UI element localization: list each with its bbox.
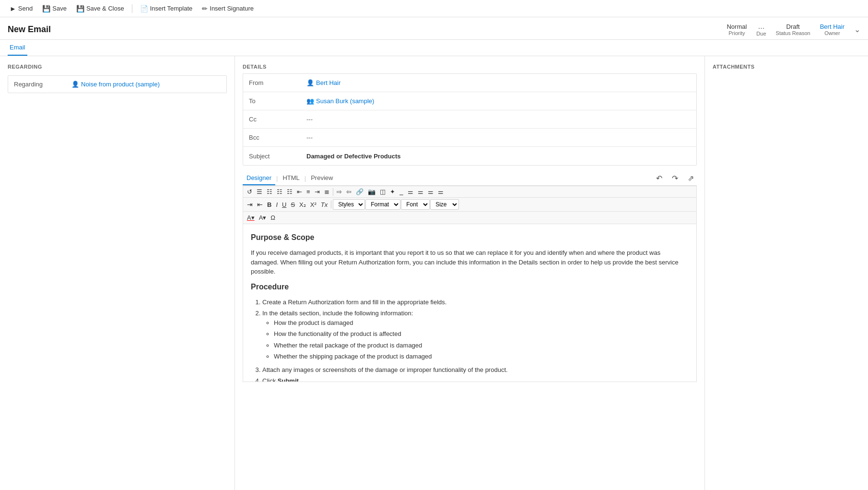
sub-item-3: Whether the retail package of the produc… <box>274 341 689 350</box>
owner-value[interactable]: Bert Hair <box>820 23 845 30</box>
fmt-btn-3[interactable]: ☷ <box>265 187 274 196</box>
tab-preview[interactable]: Preview <box>307 171 337 185</box>
subject-value[interactable]: Damaged or Defective Products <box>301 149 696 164</box>
owner-meta: Bert Hair Owner <box>820 23 845 36</box>
fmt-indent-in[interactable]: ⇥ <box>245 200 255 209</box>
save-button[interactable]: 💾 Save <box>38 3 70 14</box>
fmt-table[interactable]: ◫ <box>378 187 387 196</box>
regarding-field-value[interactable]: 👤 Noise from product (sample) <box>71 81 160 88</box>
cc-label: Cc <box>243 112 301 127</box>
font-dropdown[interactable]: Font <box>401 199 430 210</box>
styles-dropdown[interactable]: Styles <box>333 199 365 210</box>
tab-email[interactable]: Email <box>8 40 27 56</box>
format-toolbar-2: ⇥ ⇤ B I U S X₂ X² Tx Styles Format Font … <box>243 197 697 211</box>
fmt-underline[interactable]: U <box>280 200 288 209</box>
due-value[interactable]: ... <box>758 22 764 31</box>
fmt-clear[interactable]: Tx <box>319 200 329 209</box>
sub-item-1: How the product is damaged <box>274 318 689 328</box>
fmt-subscript[interactable]: X₂ <box>297 200 308 209</box>
header-chevron-button[interactable]: ⌄ <box>854 25 860 34</box>
due-label: Due <box>756 31 766 36</box>
fmt-outdent[interactable]: ⇦ <box>344 187 353 196</box>
fmt-misc1[interactable]: ⎯ <box>398 187 405 196</box>
subject-label: Subject <box>243 149 301 164</box>
editor-tabs: Designer | HTML | Preview ↶ ↷ ⇗ <box>243 171 697 186</box>
cc-value[interactable]: --- <box>301 112 696 127</box>
list-item-3: Attach any images or screenshots of the … <box>262 365 689 375</box>
bcc-value[interactable]: --- <box>301 130 696 145</box>
fmt-indent[interactable]: ⇨ <box>335 187 344 196</box>
send-label: Send <box>18 5 33 12</box>
tab-row: Email <box>0 40 868 56</box>
fmt-link[interactable]: 🔗 <box>354 187 365 196</box>
fmt-btn-1[interactable]: ↺ <box>245 187 254 196</box>
fmt-align-right[interactable]: ⇥ <box>313 187 322 196</box>
person-icon: 👤 <box>71 81 79 88</box>
save-close-button[interactable]: 💾 Save & Close <box>72 3 128 14</box>
size-dropdown[interactable]: Size <box>430 199 459 210</box>
email-body-area[interactable]: Purpose & Scope If you receive damaged p… <box>243 224 697 382</box>
insert-signature-button[interactable]: ✏ Insert Signature <box>198 3 258 14</box>
save-icon: 💾 <box>42 5 50 12</box>
fmt-misc5[interactable]: ⚌ <box>436 187 446 196</box>
insert-template-label: Insert Template <box>150 5 193 12</box>
sub-item-4: Whether the shipping package of the prod… <box>274 352 689 361</box>
list-item-4-bold: Submit <box>278 377 299 382</box>
sub-list: How the product is damaged How the funct… <box>274 318 689 361</box>
body-para1: If you receive damaged products, it is i… <box>251 248 689 276</box>
sub-item-2: How the functionality of the product is … <box>274 329 689 339</box>
attachments-section-header: ATTACHMENTS <box>713 64 860 70</box>
fmt-misc2[interactable]: ⚌ <box>406 187 415 196</box>
fmt-btn-4[interactable]: ☷ <box>275 187 284 196</box>
to-value[interactable]: 👥 Susan Burk (sample) <box>301 94 696 108</box>
tab-divider-1: | <box>275 175 279 182</box>
send-icon: ► <box>10 5 16 12</box>
list-item-2-text: In the details section, include the foll… <box>262 310 413 317</box>
fmt-align-justify[interactable]: ≣ <box>322 187 331 196</box>
fmt-btn-5[interactable]: ☷ <box>285 187 294 196</box>
fmt-italic[interactable]: I <box>274 200 280 209</box>
fmt-align-left[interactable]: ⇤ <box>295 187 304 196</box>
center-panel: DETAILS From 👤 Bert Hair To 👥 Susan Burk… <box>235 56 705 490</box>
fmt-superscript[interactable]: X² <box>308 200 318 209</box>
fmt-align-center[interactable]: ≡ <box>305 187 312 196</box>
fmt-sep-2 <box>331 201 331 208</box>
format-dropdown[interactable]: Format <box>365 199 400 210</box>
tab-designer[interactable]: Designer <box>243 171 275 185</box>
fmt-btn-2[interactable]: ☰ <box>255 187 264 196</box>
fmt-image[interactable]: 📷 <box>366 187 377 196</box>
fmt-highlight-color[interactable]: A▾ <box>257 213 269 222</box>
fmt-misc3[interactable]: ⚌ <box>416 187 425 196</box>
fmt-bold[interactable]: B <box>265 200 273 209</box>
insert-template-button[interactable]: 📄 Insert Template <box>136 3 197 14</box>
expand-button[interactable]: ⇗ <box>685 173 697 184</box>
subject-row: Subject Damaged or Defective Products <box>243 147 696 165</box>
redo-button[interactable]: ↷ <box>669 173 681 184</box>
body-ordered-list: Create a Return Authorization form and f… <box>262 298 689 382</box>
status-meta: Draft Status Reason <box>776 23 810 36</box>
to-row: To 👥 Susan Burk (sample) <box>243 92 696 110</box>
fmt-misc4[interactable]: ⚌ <box>426 187 435 196</box>
from-value[interactable]: 👤 Bert Hair <box>301 75 696 90</box>
fmt-indent-out[interactable]: ⇤ <box>255 200 265 209</box>
send-button[interactable]: ► Send <box>6 3 36 14</box>
fmt-font-color[interactable]: A▾ <box>245 213 257 222</box>
page-title: New Email <box>8 24 51 35</box>
format-toolbar-1: ↺ ☰ ☷ ☷ ☷ ⇤ ≡ ⇥ ≣ ⇨ ⇦ 🔗 📷 ◫ ✦ ⎯ ⚌ ⚌ ⚌ ⚌ <box>243 186 697 197</box>
undo-button[interactable]: ↶ <box>653 173 665 184</box>
from-label: From <box>243 75 301 90</box>
fmt-strikethrough[interactable]: S <box>289 200 297 209</box>
to-value-text: Susan Burk (sample) <box>316 97 374 105</box>
priority-meta: Normal Priority <box>727 23 747 36</box>
main-content: REGARDING Regarding 👤 Noise from product… <box>0 56 868 490</box>
fmt-omega[interactable]: Ω <box>269 213 277 222</box>
right-panel: ATTACHMENTS <box>705 56 868 490</box>
fmt-special[interactable]: ✦ <box>388 187 397 196</box>
tab-html[interactable]: HTML <box>279 171 303 185</box>
from-value-text: Bert Hair <box>316 79 340 86</box>
from-row: From 👤 Bert Hair <box>243 74 696 92</box>
list-item-4: Click Submit. <box>262 376 689 382</box>
regarding-field-label: Regarding <box>14 81 71 88</box>
body-heading1: Purpose & Scope <box>251 232 689 243</box>
regarding-field-row: Regarding 👤 Noise from product (sample) <box>8 75 227 93</box>
